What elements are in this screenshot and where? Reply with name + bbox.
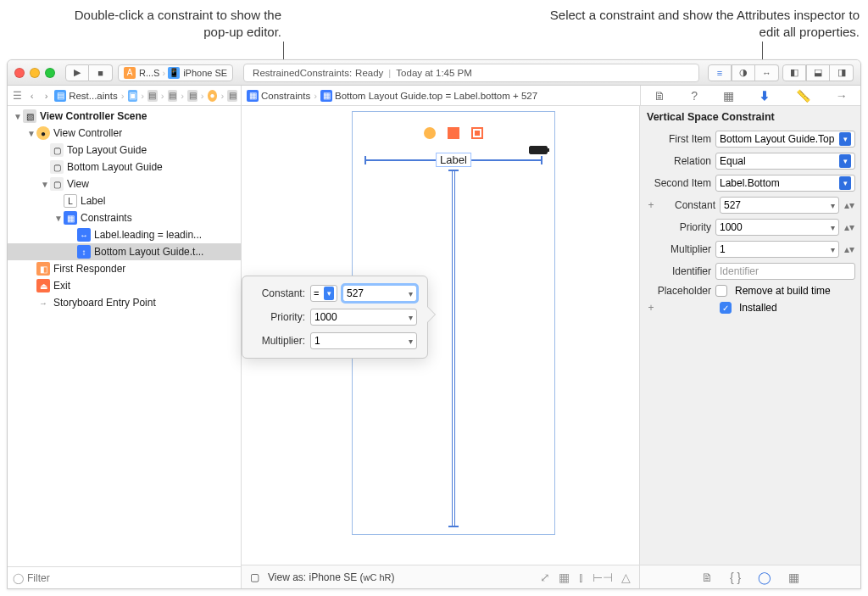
relation-select[interactable]: Equal▾	[715, 153, 855, 170]
priority-field[interactable]: 1000▾	[715, 219, 839, 236]
embed-tool-icon[interactable]: ▦	[559, 571, 570, 584]
related-items-icon[interactable]: ☰	[11, 90, 24, 102]
file-icon-2[interactable]: ▤	[168, 90, 178, 102]
run-button[interactable]: ▶	[65, 64, 89, 81]
outline-top-layout-guide[interactable]: ▢Top Layout Guide	[8, 142, 241, 159]
popup-priority-label: Priority:	[253, 311, 305, 323]
view-as-label[interactable]: View as: iPhone SE (wC hR)	[268, 571, 395, 583]
multiplier-field[interactable]: 1▾	[715, 241, 839, 258]
outline-scene[interactable]: ▼▧View Controller Scene	[8, 108, 241, 125]
outline-filter-input[interactable]	[27, 572, 236, 584]
outline-constraint-leading[interactable]: ↔Label.leading = leadin...	[8, 226, 241, 243]
code-snippet-library-icon[interactable]: { }	[730, 571, 741, 584]
popup-priority-field[interactable]: 1000▾	[310, 309, 417, 326]
file-icon[interactable]: ▤	[147, 90, 158, 102]
second-item-select[interactable]: Label.Bottom▾	[715, 175, 855, 192]
popup-constant-label: Constant:	[253, 287, 305, 299]
first-item-select[interactable]: Bottom Layout Guide.Top▾	[715, 131, 855, 148]
crumb-project[interactable]: ▤Rest...aints	[54, 90, 118, 102]
outline-bottom-layout-guide[interactable]: ▢Bottom Layout Guide	[8, 159, 241, 175]
popup-multiplier-field[interactable]: 1▾	[310, 332, 417, 349]
constraints-group-icon: ▦	[247, 90, 259, 102]
add-variation-installed-button[interactable]: +	[645, 302, 657, 314]
constraint-popup-editor: Constant: =▾ 527▾ Priority: 1000▾ Multip…	[242, 276, 428, 359]
identity-inspector-icon[interactable]: ▦	[723, 89, 734, 103]
file-icon-3[interactable]: ▤	[187, 90, 198, 102]
media-library-icon[interactable]: ▦	[788, 571, 799, 584]
outline-constraints-group[interactable]: ▼▦Constraints	[8, 209, 241, 226]
outline-exit[interactable]: ⏏Exit	[8, 277, 241, 294]
status-state: Ready	[355, 68, 383, 78]
crumb-constraint-item: Bottom Layout Guide.top = Label.bottom +…	[335, 91, 537, 101]
attributes-inspector-icon[interactable]: ⬇	[760, 89, 770, 103]
align-tool-icon[interactable]: ⫿	[578, 571, 584, 584]
outline-entry-point[interactable]: →Storyboard Entry Point	[8, 294, 241, 311]
constant-field[interactable]: 527▾	[720, 197, 839, 214]
toggle-debug-area-button[interactable]: ⬓	[806, 64, 830, 81]
first-item-label: First Item	[645, 133, 711, 145]
stop-button[interactable]: ■	[89, 64, 113, 81]
connections-inspector-icon[interactable]: →	[836, 89, 848, 103]
size-inspector-icon[interactable]: 📏	[796, 89, 810, 103]
jump-bar: ☰ ‹ › ▤Rest...aints › ▣ › ▤ › ▤ › ▤ › ● …	[8, 86, 860, 106]
close-window-button[interactable]	[14, 68, 25, 78]
canvas-label[interactable]: Label	[436, 153, 471, 167]
version-editor-button[interactable]: ↔	[755, 64, 779, 81]
outline-label[interactable]: LLabel	[8, 192, 241, 209]
assistant-editor-button[interactable]: ◑	[732, 64, 755, 81]
nav-back-icon[interactable]: ‹	[25, 91, 38, 101]
crumb-constraints: Constraints	[261, 91, 310, 101]
file-template-library-icon[interactable]: 🗎	[701, 571, 713, 584]
toggle-inspector-button[interactable]: ◨	[830, 64, 854, 81]
popup-multiplier-label: Multiplier:	[253, 335, 305, 347]
constant-stepper[interactable]: ▴▾	[843, 199, 855, 211]
toggle-outline-icon[interactable]: ▢	[250, 571, 259, 583]
popup-relation-select[interactable]: =▾	[310, 285, 337, 302]
add-variation-constant-button[interactable]: +	[645, 199, 657, 211]
scene-dock-vc-icon[interactable]	[424, 127, 436, 139]
scheme-selector[interactable]: A R...S › 📱 iPhone SE	[118, 64, 233, 81]
object-library-icon[interactable]: ◯	[758, 571, 771, 584]
zoom-tool-icon[interactable]: ⤢	[540, 571, 550, 584]
installed-checkbox[interactable]: ✓	[720, 302, 732, 314]
outline-view-controller[interactable]: ▼●View Controller	[8, 125, 241, 142]
outline-view[interactable]: ▼▢View	[8, 175, 241, 192]
outline-first-responder[interactable]: ◧First Responder	[8, 260, 241, 277]
resolve-issues-tool-icon[interactable]: △	[621, 571, 631, 584]
status-bar-battery-icon	[529, 146, 548, 154]
interface-builder-canvas[interactable]: Label Constant: =▾ 527▾ Priority: 1000▾ …	[242, 106, 640, 588]
window-controls	[14, 68, 55, 78]
identifier-field[interactable]: Identifier	[715, 263, 855, 280]
storyboard-icon[interactable]: ●	[208, 90, 218, 102]
crumb-project-label: Rest...aints	[69, 91, 118, 101]
multiplier-stepper[interactable]: ▴▾	[843, 243, 855, 255]
placeholder-checkbox[interactable]	[715, 285, 727, 297]
pin-tool-icon[interactable]: ⊢⊣	[593, 571, 613, 584]
quick-help-inspector-icon[interactable]: ?	[691, 89, 698, 103]
scheme-device-label: iPhone SE	[183, 68, 227, 78]
placeholder-text: Remove at build time	[735, 285, 831, 297]
scene-icon[interactable]: ▤	[227, 90, 237, 102]
scene-dock-first-responder-icon[interactable]	[448, 127, 459, 139]
zoom-window-button[interactable]	[45, 68, 55, 78]
standard-editor-button[interactable]: ≡	[708, 64, 732, 81]
app-icon: A	[124, 67, 136, 79]
popup-constant-field[interactable]: 527▾	[342, 285, 417, 302]
placeholder-label: Placeholder	[645, 285, 711, 297]
navigator-selector: ☰ ‹ › ▤Rest...aints › ▣ › ▤ › ▤ › ▤ › ● …	[8, 86, 242, 105]
constraint-guide-vertical[interactable]	[452, 170, 455, 527]
jump-bar-path[interactable]: ▦Constraints › ▦Bottom Layout Guide.top …	[242, 86, 640, 105]
scene-dock-exit-icon[interactable]	[471, 127, 483, 139]
filter-icon: ◯	[13, 572, 24, 584]
installed-text: Installed	[739, 302, 777, 314]
outline-constraint-bottom[interactable]: ↕Bottom Layout Guide.t...	[8, 243, 241, 260]
nav-forward-icon[interactable]: ›	[40, 91, 53, 101]
file-inspector-icon[interactable]: 🗎	[654, 89, 665, 103]
folder-icon[interactable]: ▣	[128, 90, 138, 102]
toolbar-right: ≡ ◑ ↔ ◧ ⬓ ◨	[708, 64, 854, 81]
project-icon: ▤	[54, 90, 66, 102]
toggle-navigator-button[interactable]: ◧	[782, 64, 806, 81]
callout-left: Double-click a constraint to show the po…	[53, 7, 281, 42]
priority-stepper[interactable]: ▴▾	[843, 221, 855, 233]
minimize-window-button[interactable]	[30, 68, 40, 78]
